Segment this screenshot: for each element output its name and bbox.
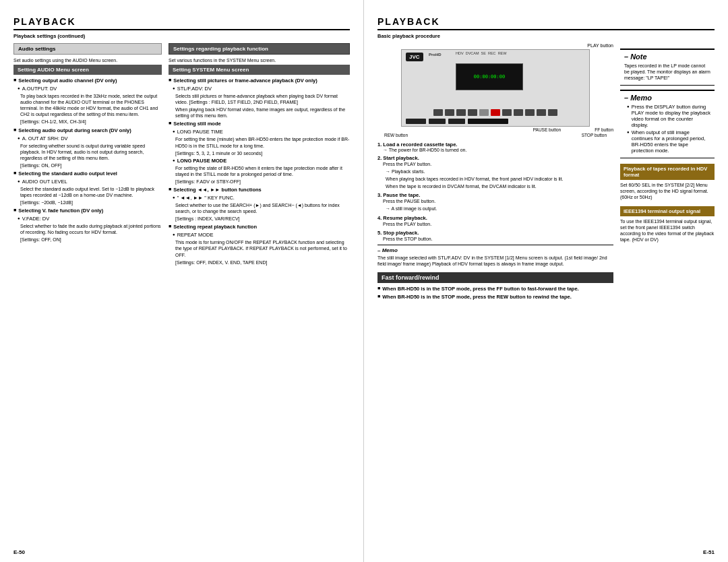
settings-function-intro: Set various functions in the SYSTEM Menu… bbox=[169, 57, 350, 63]
left-page-title: PLAYBACK bbox=[13, 16, 350, 30]
sf-item-2-settings: [Settings: 5, 3, 2, 1 minute or 30 secon… bbox=[175, 150, 350, 156]
play-button-label: PLAY button bbox=[377, 43, 613, 48]
setting-system-menu-heading: Setting SYSTEM Menu screen bbox=[169, 65, 350, 75]
audio-item-1-heading: Selecting output audio channel (DV only) bbox=[13, 77, 162, 84]
audio-item-3-settings: [Settings: −20dB, −12dB] bbox=[20, 199, 162, 206]
step-2: 2. Start playback. Press the PLAY button… bbox=[377, 155, 613, 189]
rew-button-label: REW button bbox=[384, 133, 408, 137]
sf-item-1-body: Selects still pictures or frame-advance … bbox=[175, 93, 350, 105]
ff-item-2: When BR-HD50 is in the STOP mode, press … bbox=[377, 294, 613, 300]
ff-item-1: When BR-HD50 is in the STOP mode, press … bbox=[377, 286, 613, 292]
audio-item-3-body: Select the standard audio output level. … bbox=[20, 186, 162, 198]
right-page-number: E-51 bbox=[703, 549, 715, 555]
sf-item-5-sub: REPEAT MODE bbox=[173, 232, 350, 238]
audio-item-2-heading: Selecting audio output during search (DV… bbox=[13, 127, 162, 133]
memo-item-2: When output of still image continues for… bbox=[627, 129, 710, 154]
memo-stl-title: – Memo bbox=[377, 247, 613, 253]
sf-item-3-body: For setting the state of BR-HD50 when it… bbox=[175, 165, 350, 177]
audio-item-1-settings: [Settings: CH-1/2, MIX, CH-3/4] bbox=[20, 119, 162, 125]
right-page-title: PLAYBACK bbox=[377, 16, 715, 30]
audio-settings-intro: Set audio settings using the AUDIO Menu … bbox=[13, 57, 162, 63]
step-1: 1. Load a recorded cassette tape. → The … bbox=[377, 142, 613, 152]
sf-item-5-body: This mode is for turning ON/OFF the REPE… bbox=[175, 239, 350, 257]
sf-item-2-sub: LONG PAUSE TIME bbox=[173, 129, 350, 135]
highlight1-body: Set 60/50 SEL in the SYSTEM [2/2] Menu s… bbox=[620, 182, 715, 200]
sf-item-1-note: When playing back HDV format video, fram… bbox=[175, 106, 350, 119]
audio-item-4-sub: V.FADE: DV bbox=[18, 216, 162, 222]
sf-item-4-body: Select whether to use the SEARCH+ (►) an… bbox=[175, 202, 350, 214]
audio-item-4-body: Select whether to fade the audio during … bbox=[20, 223, 162, 235]
audio-settings-heading: Audio settings bbox=[13, 43, 162, 55]
left-page-number: E-50 bbox=[13, 549, 25, 555]
settings-function-heading: Settings regarding playback function bbox=[169, 43, 350, 55]
right-page-subtitle: Basic playback procedure bbox=[377, 33, 715, 39]
pause-button-label: PAUSE button bbox=[533, 127, 561, 132]
audio-item-2-sub: A. OUT AT SRH: DV bbox=[18, 135, 162, 142]
highlight1-heading: Playback of tapes recorded in HDV format bbox=[620, 164, 715, 180]
sf-item-3-sub: LONG PAUSE MODE bbox=[173, 158, 350, 164]
fast-forward-heading: Fast forward/rewind bbox=[377, 272, 613, 283]
sf-item-5-settings: [Settings: OFF, INDEX, V. END, TAPE END] bbox=[175, 259, 350, 266]
step-3: 3. Pause the tape. Press the PAUSE butto… bbox=[377, 192, 613, 212]
sf-item-4-settings: [Settings : INDEX, VAR/RECV] bbox=[175, 216, 350, 222]
sf-item-4-heading: Selecting ◄◄, ►► button functions bbox=[169, 187, 350, 193]
audio-item-4-heading: Selecting V. fade function (DV only) bbox=[13, 208, 162, 214]
highlight2-body: To use the IEEE1394 terminal output sign… bbox=[620, 218, 715, 243]
audio-item-1-body: To play back tapes recorded in the 32kHz… bbox=[20, 93, 162, 117]
audio-item-4-settings: [Settings: OFF, ON] bbox=[20, 237, 162, 243]
step-5: 5. Stop playback. Press the STOP button. bbox=[377, 230, 613, 242]
stop-button-label: STOP button bbox=[582, 133, 607, 137]
memo-item-1: Press the DISPLAY button during PLAY mod… bbox=[627, 104, 710, 128]
sf-item-4-sub: " ◄◄, ►► " KEY FUNC. bbox=[173, 195, 350, 201]
audio-item-3-sub: AUDIO OUT LEVEL bbox=[18, 179, 162, 185]
memo-box: – Memo Press the DISPLAY button during P… bbox=[620, 90, 715, 158]
left-page-subtitle: Playback settings (continued) bbox=[13, 33, 350, 39]
audio-item-1-sub: A.OUTPUT: DV bbox=[18, 86, 162, 92]
sf-item-5-heading: Selecting repeat playback function bbox=[169, 224, 350, 230]
highlight2-heading: IEEE1394 terminal output signal bbox=[620, 206, 715, 216]
sf-item-1-heading: Selecting still pictures or frame-advanc… bbox=[169, 77, 350, 84]
audio-item-3-heading: Selecting the standard audio output leve… bbox=[13, 170, 162, 177]
sf-item-3-settings: [Settings: F.ADV or STBY-OFF] bbox=[175, 179, 350, 185]
audio-item-2-settings: [Settings: ON, OFF] bbox=[20, 162, 162, 168]
memo-stl-body: The still image selected with STL/F.ADV:… bbox=[377, 255, 613, 267]
ff-button-label: FF button bbox=[595, 127, 613, 132]
note-box: – Note Tapes recorded in the LP mode can… bbox=[620, 49, 715, 86]
audio-item-2-body: For selecting whether sound is output du… bbox=[20, 143, 162, 161]
sf-item-2-heading: Selecting still mode bbox=[169, 121, 350, 127]
sf-item-1-sub: STL/F.ADV: DV bbox=[173, 86, 350, 92]
sf-item-2-body: For setting the time (minute) when BR-HD… bbox=[175, 136, 350, 148]
setting-audio-menu-heading: Setting AUDIO Menu screen bbox=[13, 65, 162, 75]
step-4: 4. Resume playback. Press the PLAY butto… bbox=[377, 215, 613, 227]
